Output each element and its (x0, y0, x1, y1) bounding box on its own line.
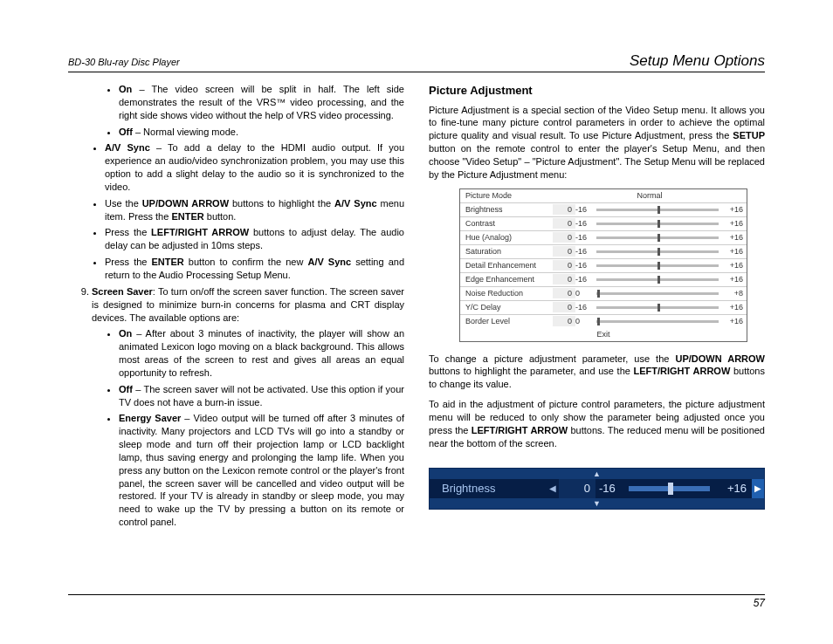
page-footer: 57 (68, 594, 765, 609)
option-on: On (119, 328, 132, 339)
param-value: 0 (553, 260, 575, 271)
param-label: Y/C Delay (460, 302, 553, 312)
text-bold: A/V Sync (307, 257, 351, 267)
param-max: +16 (719, 302, 747, 312)
param-max: +8 (719, 288, 747, 298)
text: Press the (105, 227, 151, 237)
reduced-max: +16 (713, 481, 752, 497)
bullet-list: On – After about 3 minutes of inactivity… (68, 327, 404, 529)
param-label: Noise Reduction (460, 288, 553, 298)
param-min: -16 (575, 218, 596, 229)
param-slider (596, 306, 719, 309)
list-item: Energy Saver – Video output will be turn… (119, 412, 404, 529)
param-min: 0 (575, 288, 596, 298)
option-screen-saver: Screen Saver (92, 286, 153, 297)
text: – Normal viewing mode. (133, 127, 238, 137)
param-label: Hue (Analog) (460, 232, 553, 243)
param-slider (596, 223, 719, 225)
param-max: +16 (719, 246, 747, 257)
param-value: 0 (553, 302, 575, 312)
slider-thumb (657, 304, 660, 312)
bullet-list: A/V Sync – To add a delay to the HDMI au… (68, 141, 404, 281)
left-column: On – The video screen will be split in h… (68, 83, 404, 532)
exit-row: Exit (460, 328, 747, 341)
option-energy-saver: Energy Saver (119, 413, 181, 423)
option-on: On (119, 84, 132, 94)
paragraph: To aid in the adjustment of picture cont… (429, 398, 765, 449)
param-max: +16 (719, 316, 747, 326)
param-value: 0 (553, 232, 575, 243)
list-item: Off – Normal viewing mode. (119, 126, 404, 139)
param-value: 0 (553, 274, 575, 284)
text: buttons to highlight the parameter, and … (429, 366, 634, 376)
table-row: Detail Enhancement0-16+16 (460, 259, 747, 273)
product-name: BD-30 Blu-ray Disc Player (68, 57, 180, 67)
slider-thumb (657, 276, 660, 284)
list-item: Press the ENTER button to confirm the ne… (105, 256, 404, 282)
slider-thumb (657, 220, 660, 228)
param-min: -16 (575, 274, 596, 284)
list-item: Use the UP/DOWN ARROW buttons to highlig… (105, 197, 404, 223)
text: button. (204, 211, 237, 222)
arrow-right-icon: ▶ (752, 479, 764, 498)
slider-thumb (657, 206, 660, 214)
bullet-list: On – The video screen will be split in h… (68, 83, 404, 138)
reduced-min: -16 (595, 481, 625, 497)
param-min: -16 (575, 260, 596, 271)
reduced-slider (629, 486, 710, 491)
param-label: Detail Enhancement (460, 260, 553, 271)
text: button on the remote control to enter th… (429, 143, 765, 180)
text: To change a picture adjustment parameter… (429, 353, 675, 364)
param-slider (596, 320, 719, 323)
mode-value: Normal (553, 190, 747, 201)
option-av-sync: A/V Sync (105, 142, 150, 153)
param-label: Saturation (460, 246, 553, 257)
arrow-left-icon: ◀ (547, 483, 559, 495)
text-bold: LEFT/RIGHT ARROW (472, 425, 568, 435)
table-row: Y/C Delay0-16+16 (460, 301, 747, 315)
slider-thumb (657, 262, 660, 270)
slider-thumb (668, 483, 673, 495)
text: Press the (105, 257, 152, 267)
text: – The video screen will be split in half… (119, 84, 404, 120)
text-bold: SETUP (733, 130, 765, 140)
param-slider (596, 236, 719, 239)
paragraph: Picture Adjustment is a special section … (429, 104, 765, 182)
list-item: On – The video screen will be split in h… (119, 83, 404, 122)
text: – After about 3 minutes of inactivity, t… (119, 328, 404, 378)
param-min: 0 (575, 316, 596, 326)
param-value: 0 (553, 218, 575, 229)
table-row: Picture Mode Normal (460, 189, 747, 203)
param-label: Brightness (460, 204, 553, 215)
table-row: Noise Reduction00+8 (460, 287, 747, 301)
table-row: Saturation0-16+16 (460, 245, 747, 259)
text-bold: LEFT/RIGHT ARROW (634, 366, 731, 376)
list-item: Press the LEFT/RIGHT ARROW buttons to ad… (105, 226, 404, 252)
text: Use the (105, 198, 142, 209)
reduced-adjustment-strip: ▲ Brightness ◀ 0 -16 +16 ▶ ▼ (429, 468, 765, 510)
arrow-up-icon: ▲ (430, 469, 764, 479)
text-bold: UP/DOWN ARROW (675, 353, 765, 364)
paragraph: To change a picture adjustment parameter… (429, 353, 765, 392)
list-item: Off – The screen saver will not be activ… (119, 383, 404, 409)
list-item: Screen Saver: To turn on/off the screen … (92, 285, 404, 325)
param-slider (596, 209, 719, 211)
reduced-row: Brightness ◀ 0 -16 +16 ▶ (430, 479, 764, 498)
text-bold: LEFT/RIGHT ARROW (151, 227, 249, 237)
param-max: +16 (719, 260, 747, 271)
text: – Video output will be turned off after … (119, 413, 404, 527)
slider-thumb (597, 318, 600, 325)
table-row: Hue (Analog)0-16+16 (460, 231, 747, 245)
param-value: 0 (553, 246, 575, 257)
param-slider (596, 292, 719, 295)
param-slider (596, 264, 719, 267)
param-value: 0 (553, 288, 575, 298)
text-bold: UP/DOWN ARROW (142, 198, 229, 209)
table-row: Border Level00+16 (460, 315, 747, 328)
text-bold: A/V Sync (334, 198, 377, 209)
slider-thumb (657, 248, 660, 256)
table-row: Edge Enhancement0-16+16 (460, 273, 747, 287)
param-label: Border Level (460, 316, 553, 326)
param-max: +16 (719, 204, 747, 215)
page-number: 57 (754, 597, 765, 609)
